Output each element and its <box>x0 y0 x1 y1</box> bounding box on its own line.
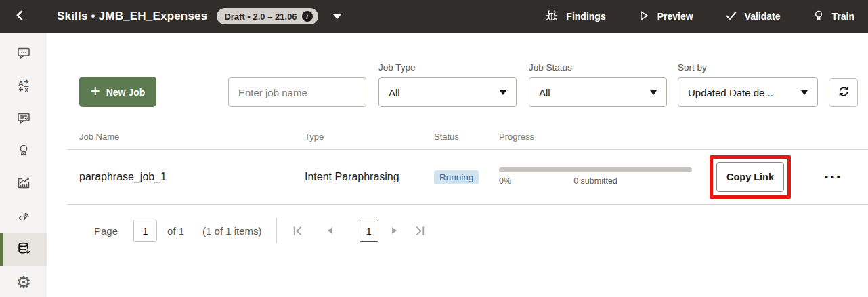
main-content: + New Job Job Type All Job Status All So… <box>47 33 868 297</box>
findings-label: Findings <box>566 11 605 22</box>
job-type-cell: Intent Paraphrasing <box>305 171 434 183</box>
insights-chart-icon <box>16 176 31 193</box>
job-type-value: All <box>389 87 400 98</box>
sidebar-item-qna[interactable] <box>0 103 47 136</box>
validate-label: Validate <box>745 11 781 22</box>
job-type-label: Job Type <box>378 62 517 73</box>
chat-dots-icon <box>16 45 31 63</box>
sidebar: A x <box>0 33 47 297</box>
sort-by-field: Sort by Updated Date de... <box>678 62 818 107</box>
chevron-left-icon <box>14 9 26 24</box>
job-type-field: Job Type All <box>378 62 517 107</box>
train-label: Train <box>832 11 854 22</box>
page-title: Skills • JMB_EH_Expenses <box>57 9 207 23</box>
check-icon <box>724 9 738 24</box>
job-status-field: Job Status All <box>529 62 667 107</box>
database-download-icon <box>16 241 32 259</box>
translate-icon: A x <box>16 78 31 96</box>
job-progress-cell: 0% 0 submitted <box>499 167 692 186</box>
refresh-icon <box>837 85 850 100</box>
page-number-input[interactable] <box>133 220 157 242</box>
status-badge: Running <box>434 170 479 184</box>
column-job-name: Job Name <box>79 132 305 142</box>
job-status-label: Job Status <box>529 62 667 73</box>
sidebar-item-channels[interactable] <box>0 201 47 233</box>
annotation-highlight: Copy Link <box>710 155 791 199</box>
job-status-dropdown[interactable]: All <box>529 77 667 107</box>
next-page-icon[interactable] <box>392 227 397 234</box>
sort-by-value: Updated Date de... <box>688 87 773 98</box>
train-button[interactable]: Train <box>812 9 854 24</box>
job-name-cell: paraphrase_job_1 <box>79 171 305 183</box>
progress-submitted: 0 submitted <box>499 176 692 186</box>
job-type-dropdown[interactable]: All <box>378 77 517 107</box>
play-icon <box>637 9 651 24</box>
gear-icon: ⚙ <box>16 274 31 291</box>
pagination: Page of 1 (1 of 1 items) 1 <box>47 218 868 243</box>
back-button[interactable] <box>0 0 39 33</box>
page-of-label: of 1 <box>167 225 184 237</box>
chat-check-icon <box>16 111 31 128</box>
job-actions-cell: Copy Link ••• <box>692 155 868 199</box>
new-job-label: New Job <box>106 87 146 98</box>
caret-down-icon <box>650 90 657 95</box>
column-status: Status <box>434 132 499 142</box>
version-badge-label: Draft • 2.0 – 21.06 <box>224 12 297 22</box>
info-icon[interactable]: i <box>302 11 313 22</box>
sort-by-label: Sort by <box>678 62 818 73</box>
job-name-input[interactable] <box>228 77 366 107</box>
preview-label: Preview <box>657 11 693 22</box>
plus-icon: + <box>91 83 100 99</box>
pagination-divider <box>276 218 277 243</box>
page-label: Page <box>94 225 118 237</box>
caret-down-icon <box>500 90 506 95</box>
job-status-value: All <box>539 87 550 98</box>
job-status-cell: Running <box>434 170 499 184</box>
caret-down-icon[interactable] <box>332 14 342 19</box>
header-actions: Findings Preview Validate Train <box>544 8 854 25</box>
new-job-button[interactable]: + New Job <box>79 77 156 107</box>
last-page-icon[interactable] <box>414 225 426 237</box>
bug-icon <box>544 8 559 25</box>
copy-link-button[interactable]: Copy Link <box>716 162 784 192</box>
ribbon-icon <box>16 143 31 161</box>
findings-button[interactable]: Findings <box>544 8 605 25</box>
version-badge[interactable]: Draft • 2.0 – 21.06 i <box>217 8 318 24</box>
sidebar-item-data-manufacturing[interactable] <box>0 233 47 266</box>
jobs-table: Job Name Type Status Progress paraphrase… <box>68 107 868 205</box>
sidebar-item-translate[interactable]: A x <box>0 71 47 103</box>
sidebar-item-insights[interactable] <box>0 168 47 201</box>
svg-text:A: A <box>18 79 24 87</box>
code-signal-icon <box>16 208 31 226</box>
first-page-icon[interactable] <box>292 225 303 237</box>
current-page-box[interactable]: 1 <box>360 220 378 242</box>
lightbulb-icon <box>812 9 825 24</box>
progress-labels: 0% 0 submitted <box>499 176 692 186</box>
column-progress: Progress <box>499 132 692 142</box>
progress-bar <box>499 167 692 172</box>
items-count-label: (1 of 1 items) <box>202 225 262 237</box>
sort-by-dropdown[interactable]: Updated Date de... <box>678 77 818 107</box>
refresh-button[interactable] <box>829 78 858 107</box>
jobs-toolbar: + New Job Job Type All Job Status All So… <box>47 62 868 107</box>
pagination-nav: 1 <box>292 220 426 242</box>
app-header: Skills • JMB_EH_Expenses Draft • 2.0 – 2… <box>0 0 868 33</box>
caret-down-icon <box>801 90 808 95</box>
table-row: paraphrase_job_1 Intent Paraphrasing Run… <box>68 150 868 205</box>
preview-button[interactable]: Preview <box>637 9 693 24</box>
sidebar-item-quality[interactable] <box>0 136 47 168</box>
table-header: Job Name Type Status Progress <box>68 107 868 150</box>
column-type: Type <box>305 132 434 142</box>
ellipsis-menu-icon[interactable]: ••• <box>825 172 843 182</box>
previous-page-icon[interactable] <box>328 227 332 234</box>
sidebar-item-conversation[interactable] <box>0 38 47 71</box>
validate-button[interactable]: Validate <box>724 9 781 24</box>
sidebar-item-settings[interactable]: ⚙ <box>0 266 47 297</box>
